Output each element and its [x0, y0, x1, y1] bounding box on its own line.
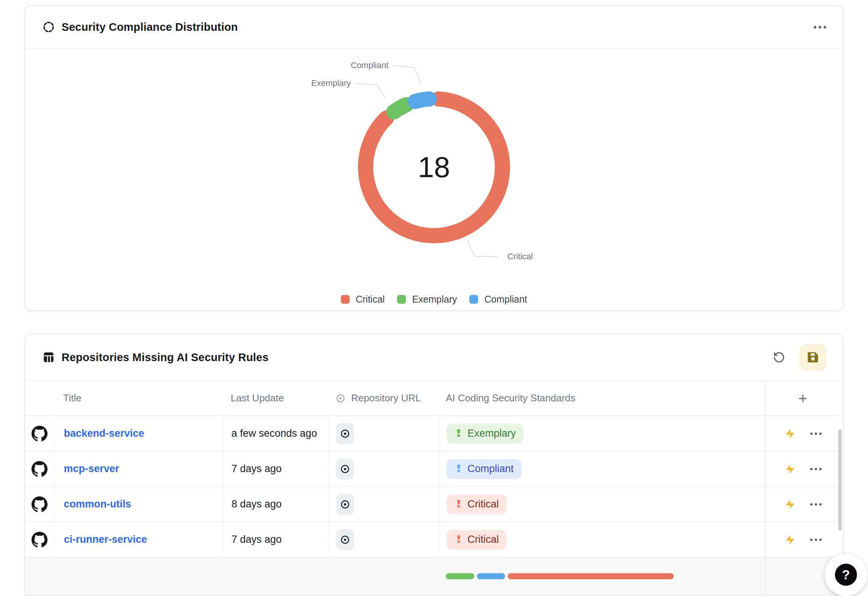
compliance-card-title: Security Compliance Distribution — [62, 21, 238, 33]
github-icon — [32, 426, 48, 442]
repo-url-button[interactable] — [336, 494, 354, 515]
legend-swatch-critical — [341, 295, 350, 304]
zap-icon — [784, 499, 796, 510]
undo-button[interactable] — [768, 347, 790, 368]
legend-swatch-compliant — [469, 295, 478, 304]
zap-icon — [784, 428, 796, 439]
column-header-repo-url[interactable]: Repository URL — [328, 392, 439, 404]
table-body: backend-service a few seconds ago Exempl… — [25, 416, 838, 558]
repos-table: Title Last Update Repository URL AI Codi… — [25, 381, 843, 596]
github-icon — [32, 461, 48, 477]
column-header-standards[interactable]: AI Coding Security Standards — [439, 392, 765, 404]
zap-button[interactable] — [784, 428, 796, 439]
target-icon — [339, 428, 351, 439]
circle-dashed-icon — [43, 21, 55, 33]
repo-url-button[interactable] — [336, 423, 354, 444]
row-menu-button[interactable] — [810, 539, 822, 541]
chart-legend: Critical Exemplary Compliant — [25, 294, 843, 305]
status-badge[interactable]: Critical — [447, 530, 507, 550]
legend-item-exemplary[interactable]: Exemplary — [397, 294, 457, 305]
row-menu-button[interactable] — [810, 433, 822, 435]
summary-bar-critical — [508, 573, 674, 579]
table-row: backend-service a few seconds ago Exempl… — [25, 416, 838, 452]
last-update-text: 8 days ago — [231, 498, 282, 510]
table-row: ci-runner-service 7 days ago Critical — [25, 522, 838, 558]
table-scrollbar-thumb[interactable] — [838, 430, 842, 531]
leader-line-compliant — [392, 65, 421, 84]
leader-line-critical — [467, 241, 497, 257]
legend-item-critical[interactable]: Critical — [341, 294, 385, 305]
summary-bar-compliant — [477, 573, 505, 579]
repo-icon-cell — [25, 452, 54, 486]
save-floppy-icon — [806, 350, 820, 364]
status-badge[interactable]: Compliant — [447, 459, 521, 479]
last-update-text: a few seconds ago — [231, 428, 317, 439]
repo-url-button[interactable] — [336, 458, 354, 480]
undo-icon — [773, 351, 785, 363]
legend-swatch-exemplary — [397, 295, 406, 304]
table-columns-icon — [43, 351, 55, 363]
repos-table-card: Repositories Missing AI Security Rules T… — [24, 334, 844, 596]
callout-exemplary: Exemplary — [311, 78, 351, 88]
column-header-title[interactable]: Title — [54, 392, 223, 404]
repo-link[interactable]: common-utils — [64, 498, 131, 510]
donut-segment-compliant[interactable] — [415, 99, 429, 101]
zap-icon — [784, 463, 796, 475]
zap-icon — [784, 534, 796, 545]
status-badge[interactable]: Critical — [447, 495, 507, 514]
target-icon — [339, 534, 351, 545]
zap-button[interactable] — [784, 499, 796, 510]
summary-bar-exemplary — [446, 573, 474, 579]
compliance-distribution-card: Security Compliance Distribution Complia… — [24, 5, 844, 311]
table-row: common-utils 8 days ago Critical — [25, 487, 838, 522]
donut-segment-exemplary[interactable] — [394, 105, 406, 112]
summary-bars — [439, 558, 765, 595]
help-button[interactable]: ? — [825, 553, 867, 596]
repo-icon-cell — [25, 487, 54, 522]
status-badge-label: Compliant — [467, 463, 514, 475]
repo-link[interactable]: mcp-server — [64, 463, 119, 475]
repo-url-button[interactable] — [336, 529, 354, 550]
medal-icon — [454, 535, 463, 544]
column-header-repo-url-label: Repository URL — [351, 392, 421, 404]
table-footer-row — [25, 558, 838, 596]
repos-card-title: Repositories Missing AI Security Rules — [62, 351, 269, 364]
target-icon — [339, 499, 351, 510]
zap-button[interactable] — [784, 463, 796, 475]
card-menu-button[interactable] — [814, 26, 826, 29]
github-icon — [32, 532, 48, 548]
legend-label: Compliant — [484, 294, 527, 305]
save-button[interactable] — [800, 344, 826, 371]
callout-compliant: Compliant — [351, 60, 388, 70]
target-icon — [335, 393, 346, 404]
donut-chart: Compliant Exemplary Critical 18 Critical… — [25, 49, 843, 310]
table-row: mcp-server 7 days ago Compliant — [25, 452, 838, 487]
callout-critical: Critical — [507, 252, 533, 261]
target-icon — [339, 463, 351, 475]
repo-link[interactable]: backend-service — [64, 428, 144, 439]
add-column-cell: + — [765, 381, 840, 415]
compliance-card-header: Security Compliance Distribution — [25, 6, 843, 49]
legend-label: Exemplary — [412, 294, 457, 305]
last-update-text: 7 days ago — [231, 463, 282, 475]
column-header-last-update[interactable]: Last Update — [223, 392, 328, 404]
medal-icon — [454, 500, 463, 509]
table-header-row: Title Last Update Repository URL AI Codi… — [25, 381, 838, 416]
question-mark-icon: ? — [835, 564, 857, 586]
repo-link[interactable]: ci-runner-service — [64, 534, 147, 545]
donut-center-value: 18 — [418, 151, 450, 183]
repo-icon-cell — [25, 522, 54, 557]
medal-icon — [454, 464, 463, 474]
status-badge[interactable]: Exemplary — [447, 424, 524, 444]
status-badge-label: Critical — [467, 534, 499, 545]
add-column-button[interactable]: + — [798, 391, 807, 406]
donut-chart-svg: Compliant Exemplary Critical 18 — [25, 49, 844, 310]
legend-label: Critical — [356, 294, 385, 305]
status-badge-label: Exemplary — [467, 428, 516, 439]
zap-button[interactable] — [784, 534, 796, 545]
legend-item-compliant[interactable]: Compliant — [469, 294, 527, 305]
github-icon — [32, 496, 48, 512]
row-menu-button[interactable] — [810, 503, 822, 506]
medal-icon — [454, 429, 463, 438]
row-menu-button[interactable] — [810, 468, 822, 470]
